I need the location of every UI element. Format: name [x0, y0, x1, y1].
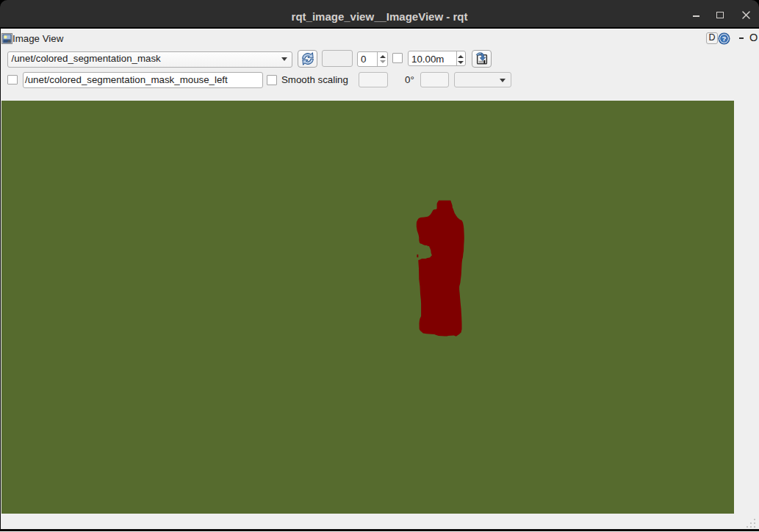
svg-text:?: ?	[722, 35, 726, 43]
